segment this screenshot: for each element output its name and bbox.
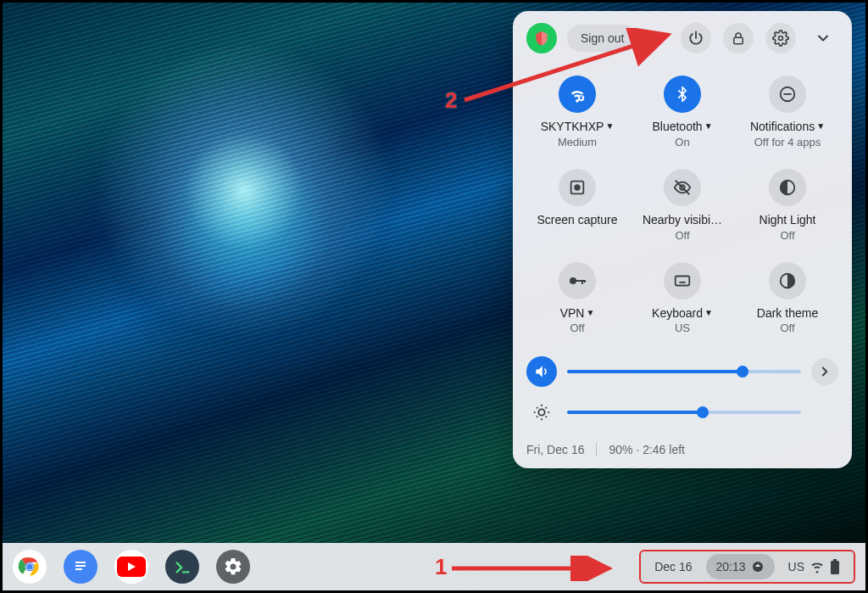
panel-battery[interactable]: 90% · 2:46 left: [609, 443, 685, 456]
chevron-down-icon: [815, 30, 832, 47]
status-right: US: [778, 551, 850, 582]
lock-icon: [731, 31, 746, 46]
power-button[interactable]: [681, 23, 711, 53]
status-area[interactable]: Dec 16 20:13 US: [639, 550, 855, 584]
app-docs[interactable]: [64, 550, 97, 584]
tile-label: Screen capture: [537, 213, 618, 227]
gear-icon: [223, 557, 243, 577]
status-time: 20:13: [716, 560, 746, 573]
user-avatar[interactable]: [526, 23, 557, 53]
svg-point-1: [779, 36, 783, 41]
annotation-number-1: 1: [435, 554, 447, 580]
terminal-icon: [173, 557, 192, 576]
screen-capture-icon: [568, 178, 587, 197]
keyboard-icon: [673, 271, 692, 290]
settings-button[interactable]: [765, 23, 796, 53]
shelf-apps: [13, 550, 250, 584]
chrome-icon: [16, 553, 43, 580]
svg-line-28: [537, 417, 537, 417]
svg-line-29: [546, 407, 547, 408]
tile-label: Keyboard▼: [652, 306, 713, 321]
panel-footer: Fri, Dec 16 90% · 2:46 left: [526, 443, 838, 456]
app-settings[interactable]: [216, 550, 250, 584]
svg-rect-41: [833, 559, 837, 561]
tile-nearby-share[interactable]: Nearby visibi… Off: [632, 165, 733, 250]
youtube-icon: [117, 557, 146, 577]
tile-label: Bluetooth▼: [652, 120, 712, 134]
panel-date[interactable]: Fri, Dec 16: [526, 443, 584, 456]
tile-dark-theme[interactable]: Dark theme Off: [737, 259, 838, 344]
svg-point-11: [570, 277, 576, 284]
tile-sublabel: On: [675, 136, 689, 148]
svg-rect-35: [75, 565, 86, 567]
volume-toggle[interactable]: [526, 356, 557, 387]
svg-point-21: [538, 410, 544, 416]
tile-label: Dark theme: [757, 306, 818, 321]
lock-button[interactable]: [723, 23, 754, 53]
svg-rect-15: [676, 276, 690, 285]
brightness-icon: [532, 403, 551, 422]
svg-line-27: [546, 417, 547, 417]
docs-icon: [72, 557, 89, 577]
collapse-button[interactable]: [808, 23, 838, 53]
audio-settings-button[interactable]: [811, 358, 838, 385]
visibility-off-icon: [673, 178, 692, 197]
tile-night-light[interactable]: Night Light Off: [737, 165, 838, 250]
volume-slider[interactable]: [567, 370, 801, 373]
quick-settings-tiles: SKYTKHXP▼ Medium Bluetooth▼ On Notificat…: [526, 72, 838, 343]
svg-point-7: [575, 185, 580, 190]
battery-icon: [830, 559, 840, 574]
tile-label: Nearby visibi…: [643, 213, 722, 227]
brightness-slider-row: [526, 392, 838, 433]
app-chrome[interactable]: [13, 550, 47, 584]
sign-out-button[interactable]: Sign out: [567, 25, 637, 52]
tile-screen-capture[interactable]: Screen capture: [526, 165, 628, 250]
bluetooth-icon: [674, 86, 691, 103]
svg-rect-3: [580, 98, 582, 99]
tile-sublabel: Off for 4 apps: [754, 136, 821, 148]
tile-wifi[interactable]: SKYTKHXP▼ Medium: [526, 72, 628, 157]
notification-badge-icon: [751, 560, 765, 573]
tile-sublabel: Medium: [558, 136, 597, 148]
status-date: Dec 16: [644, 551, 702, 582]
tile-label: VPN▼: [560, 306, 595, 321]
status-ime: US: [788, 560, 804, 573]
tile-vpn[interactable]: VPN▼ Off: [526, 259, 628, 344]
power-icon: [687, 30, 704, 47]
tile-sublabel: US: [675, 322, 690, 334]
tile-label: Night Light: [760, 213, 816, 227]
app-youtube[interactable]: [114, 550, 148, 584]
wifi-icon: [568, 85, 587, 103]
night-light-icon: [778, 178, 797, 197]
annotation-number-2: 2: [445, 87, 457, 114]
dark-theme-icon: [778, 271, 797, 290]
tile-keyboard[interactable]: Keyboard▼ US: [632, 259, 733, 344]
chevron-right-icon: [817, 364, 832, 379]
tile-notifications[interactable]: Notifications▼ Off for 4 apps: [737, 72, 838, 157]
sliders: [526, 351, 838, 433]
volume-slider-row: [526, 351, 838, 392]
divider: [596, 443, 597, 456]
tile-label: SKYTKHXP▼: [541, 120, 615, 134]
panel-header: Sign out: [526, 23, 838, 53]
brightness-slider[interactable]: [567, 411, 801, 414]
vpn-key-icon: [567, 271, 587, 291]
svg-rect-34: [75, 562, 86, 563]
svg-rect-0: [734, 37, 743, 44]
svg-rect-36: [75, 568, 82, 570]
tile-bluetooth[interactable]: Bluetooth▼ On: [632, 72, 733, 157]
brightness-indicator: [526, 397, 557, 428]
tile-sublabel: Off: [675, 229, 689, 242]
do-not-disturb-icon: [778, 85, 797, 103]
quick-settings-panel: Sign out SKYTKHXP▼ Medium: [513, 11, 852, 468]
svg-line-26: [537, 407, 537, 408]
tile-sublabel: Off: [780, 229, 794, 242]
svg-rect-12: [576, 280, 585, 282]
svg-rect-40: [831, 561, 839, 574]
gear-icon: [772, 30, 789, 47]
wifi-icon: [810, 559, 825, 574]
svg-rect-13: [581, 280, 583, 284]
tile-sublabel: Off: [570, 322, 584, 334]
svg-point-32: [26, 563, 32, 569]
app-terminal[interactable]: [165, 550, 199, 584]
